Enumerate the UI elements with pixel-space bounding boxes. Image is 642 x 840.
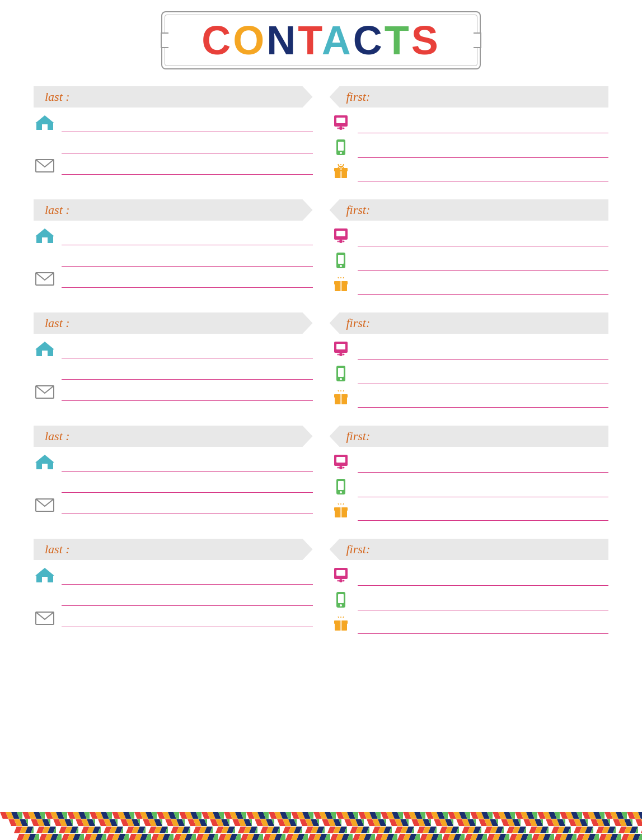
address-row	[34, 567, 313, 585]
mail-icon	[34, 385, 56, 401]
svg-line-53	[338, 390, 339, 391]
first-name-banner: first:	[330, 312, 609, 334]
gift-icon	[330, 616, 352, 634]
phone-icon	[330, 340, 352, 360]
phone-icon	[330, 227, 352, 246]
email-row	[34, 498, 313, 514]
decorative-footer	[0, 812, 642, 840]
svg-point-6	[339, 127, 343, 130]
phone-row	[330, 114, 609, 133]
phone-icon	[330, 567, 352, 586]
first-label: first:	[346, 90, 371, 104]
address-line-1[interactable]	[62, 116, 313, 132]
phone-line[interactable]	[358, 231, 609, 246]
svg-point-8	[343, 128, 344, 129]
phone-row	[330, 567, 609, 586]
svg-point-27	[343, 241, 344, 242]
left-column: last :	[34, 539, 313, 640]
last-label: last :	[45, 429, 70, 444]
right-column: first:	[330, 312, 609, 413]
mobile-icon	[330, 139, 352, 158]
svg-rect-57	[42, 464, 48, 469]
svg-point-81	[343, 580, 344, 582]
mail-icon	[34, 159, 56, 175]
first-label: first:	[346, 429, 371, 444]
right-column: first:	[330, 199, 609, 300]
last-label: last :	[45, 90, 70, 104]
svg-rect-96	[6, 819, 642, 826]
phone-icon	[330, 114, 352, 133]
birthday-line[interactable]	[358, 505, 609, 521]
first-name-banner: first:	[330, 539, 609, 560]
house-icon	[34, 567, 56, 585]
address-line-1[interactable]	[62, 569, 313, 585]
first-name-banner: first:	[330, 426, 609, 447]
house-icon	[34, 340, 56, 358]
address-line-1[interactable]	[62, 343, 313, 358]
left-column: last :	[34, 312, 313, 413]
email-line[interactable]	[62, 159, 313, 175]
phone-line[interactable]	[358, 118, 609, 133]
mobile-line[interactable]	[358, 142, 609, 158]
birthday-line[interactable]	[358, 166, 609, 181]
email-line[interactable]	[62, 612, 313, 627]
svg-rect-24	[336, 231, 345, 236]
phone-line[interactable]	[358, 570, 609, 586]
last-name-banner: last :	[34, 199, 313, 221]
phone-line[interactable]	[358, 344, 609, 360]
address-row-2	[34, 138, 313, 153]
chevron-strip	[0, 812, 642, 840]
svg-line-18	[343, 164, 344, 165]
gift-row	[330, 164, 609, 181]
phone-line[interactable]	[358, 457, 609, 473]
email-line[interactable]	[62, 385, 313, 401]
mobile-line[interactable]	[358, 482, 609, 497]
address-line-1[interactable]	[62, 456, 313, 472]
svg-point-44	[337, 354, 339, 356]
svg-point-43	[339, 353, 343, 356]
birthday-line[interactable]	[358, 392, 609, 408]
address-line-2[interactable]	[62, 364, 313, 380]
mobile-icon	[330, 365, 352, 384]
last-label: last :	[45, 316, 70, 330]
email-line[interactable]	[62, 272, 313, 288]
last-name-banner: last :	[34, 426, 313, 447]
svg-marker-20	[35, 228, 54, 236]
address-line-1[interactable]	[62, 230, 313, 245]
mobile-line[interactable]	[358, 368, 609, 384]
mobile-row	[330, 139, 609, 158]
address-row-2	[34, 477, 313, 493]
svg-rect-83	[338, 594, 344, 603]
phone-row	[330, 340, 609, 360]
email-row	[34, 159, 313, 175]
gift-icon	[330, 277, 352, 295]
svg-rect-95	[0, 812, 642, 819]
first-label: first:	[346, 203, 371, 217]
gift-icon	[330, 503, 352, 521]
address-line-2[interactable]	[62, 138, 313, 153]
address-line-2[interactable]	[62, 251, 313, 267]
email-line[interactable]	[62, 498, 313, 514]
contact-entry: last :	[34, 539, 608, 640]
svg-point-62	[337, 467, 339, 469]
svg-rect-39	[42, 351, 48, 356]
address-row	[34, 227, 313, 245]
birthday-line[interactable]	[358, 618, 609, 634]
address-line-2[interactable]	[62, 590, 313, 606]
svg-rect-78	[336, 570, 345, 576]
svg-rect-75	[42, 577, 48, 582]
svg-rect-98	[17, 834, 642, 840]
birthday-line[interactable]	[358, 279, 609, 295]
gift-row	[330, 616, 609, 634]
address-row-2	[34, 251, 313, 267]
mobile-line[interactable]	[358, 595, 609, 610]
page-title: CONTACTS	[201, 20, 441, 60]
right-column: first:	[330, 86, 609, 187]
svg-marker-56	[35, 455, 54, 463]
mobile-row	[330, 591, 609, 610]
house-icon	[34, 114, 56, 132]
mobile-line[interactable]	[358, 255, 609, 271]
svg-point-26	[337, 241, 339, 242]
address-row-2	[34, 364, 313, 380]
address-line-2[interactable]	[62, 477, 313, 493]
